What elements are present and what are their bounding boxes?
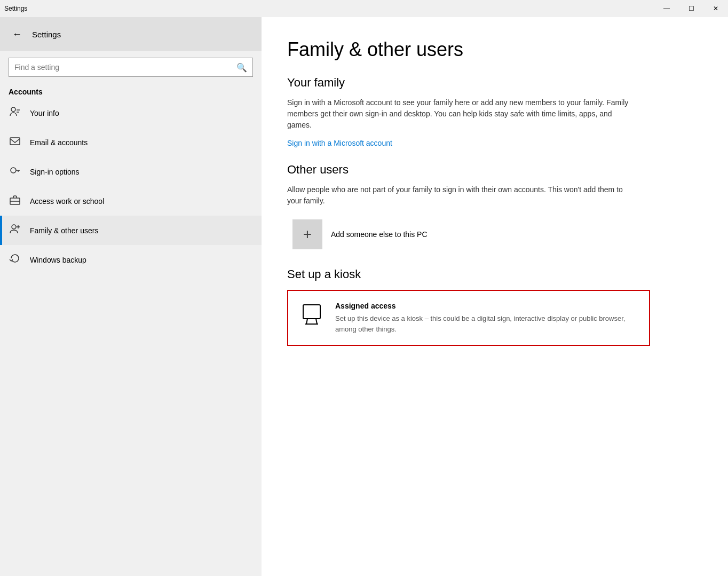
- assigned-access-card[interactable]: Assigned access Set up this device as a …: [287, 290, 650, 346]
- add-user-button[interactable]: + Add someone else to this PC: [287, 214, 433, 255]
- svg-rect-10: [303, 305, 320, 319]
- search-container: 🔍: [0, 51, 262, 83]
- sidebar-header: ← Settings: [0, 17, 262, 51]
- back-icon: ←: [12, 29, 22, 40]
- sign-in-microsoft-link[interactable]: Sign in with a Microsoft account: [287, 139, 392, 147]
- sidebar-app-title: Settings: [32, 30, 61, 39]
- refresh-icon: [9, 253, 21, 267]
- email-accounts-label: Email & accounts: [30, 138, 88, 147]
- sidebar-item-access-work-school[interactable]: Access work or school: [0, 186, 262, 216]
- family-other-users-label: Family & other users: [30, 226, 98, 235]
- person-add-icon: [9, 223, 21, 238]
- your-info-label: Your info: [30, 109, 59, 117]
- plus-icon: +: [303, 227, 312, 242]
- other-users-description: Allow people who are not part of your fa…: [287, 184, 629, 207]
- search-input[interactable]: [14, 63, 232, 72]
- content-area: Family & other users Your family Sign in…: [262, 17, 728, 576]
- person-lines-icon: [9, 106, 21, 120]
- svg-rect-3: [10, 138, 20, 145]
- sidebar-item-family-other-users[interactable]: Family & other users: [0, 216, 262, 245]
- search-box[interactable]: 🔍: [9, 58, 253, 77]
- svg-point-0: [11, 107, 15, 112]
- titlebar-controls: — ☐ ✕: [654, 0, 728, 17]
- sidebar-item-your-info[interactable]: Your info: [0, 98, 262, 128]
- sidebar-item-sign-in-options[interactable]: Sign-in options: [0, 157, 262, 186]
- search-icon: 🔍: [236, 62, 247, 73]
- assigned-access-title: Assigned access: [335, 302, 638, 310]
- close-button[interactable]: ✕: [703, 0, 728, 17]
- sidebar-item-email-accounts[interactable]: Email & accounts: [0, 128, 262, 157]
- add-user-label: Add someone else to this PC: [331, 230, 428, 239]
- email-icon: [9, 135, 21, 149]
- sidebar-item-windows-backup[interactable]: Windows backup: [0, 245, 262, 274]
- app-container: ← Settings 🔍 Accounts Your info: [0, 17, 728, 576]
- assigned-access-text: Assigned access Set up this device as a …: [335, 302, 638, 334]
- svg-line-12: [316, 319, 317, 324]
- briefcase-icon: [9, 194, 21, 208]
- titlebar-left: Settings: [4, 5, 27, 12]
- titlebar: Settings — ☐ ✕: [0, 0, 728, 17]
- your-family-description: Sign in with a Microsoft account to see …: [287, 97, 629, 131]
- access-work-school-label: Access work or school: [30, 197, 104, 206]
- sign-in-options-label: Sign-in options: [30, 168, 80, 176]
- titlebar-app-title: Settings: [4, 5, 27, 12]
- accounts-label: Accounts: [0, 83, 262, 98]
- your-family-title: Your family: [287, 76, 702, 90]
- svg-point-4: [11, 168, 16, 173]
- page-title: Family & other users: [287, 38, 702, 61]
- back-button[interactable]: ←: [9, 26, 26, 43]
- maximize-button[interactable]: ☐: [679, 0, 703, 17]
- minimize-button[interactable]: —: [654, 0, 679, 17]
- kiosk-title: Set up a kiosk: [287, 267, 702, 281]
- windows-backup-label: Windows backup: [30, 256, 86, 264]
- other-users-title: Other users: [287, 163, 702, 177]
- sidebar: ← Settings 🔍 Accounts Your info: [0, 17, 262, 576]
- assigned-access-desc: Set up this device as a kiosk – this cou…: [335, 313, 638, 334]
- svg-line-11: [306, 319, 307, 324]
- plus-box: +: [292, 219, 322, 249]
- kiosk-icon: [299, 302, 325, 327]
- key-icon: [9, 164, 21, 179]
- svg-point-7: [12, 225, 16, 229]
